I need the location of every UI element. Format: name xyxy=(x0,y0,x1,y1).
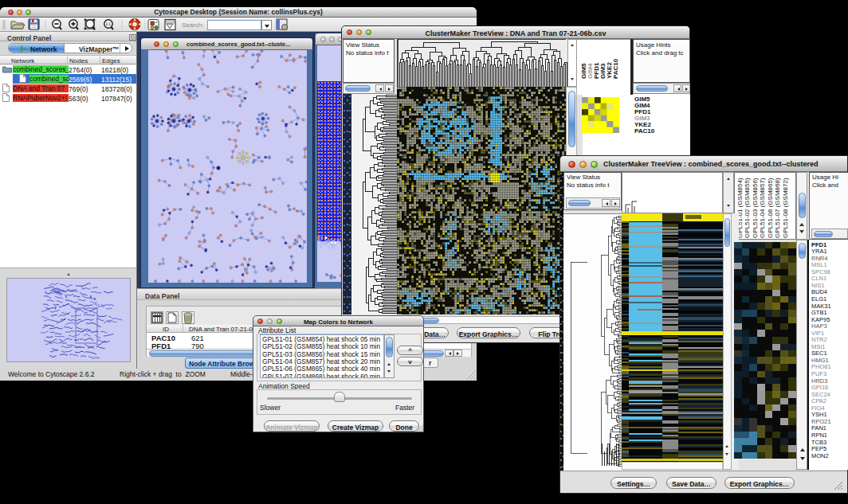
svg-text:1:1: 1:1 xyxy=(106,22,112,26)
